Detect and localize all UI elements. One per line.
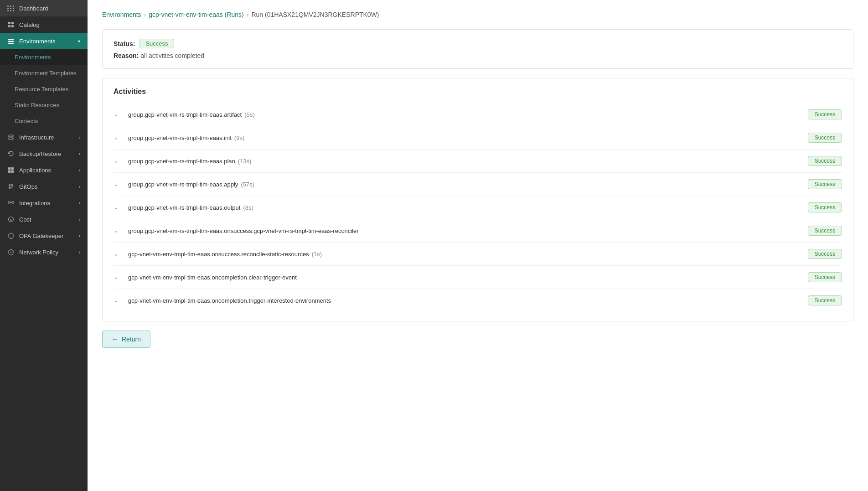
svg-rect-4 [8, 39, 14, 40]
sidebar-item-opa-gatekeeper[interactable]: OPA Gatekeeper › [0, 227, 88, 244]
sidebar-item-label: GitOps [19, 183, 37, 190]
activity-row: ⌄group.gcp-vnet-vm-rs-tmpl-tim-eaas.arti… [114, 103, 842, 126]
activities-title: Activities [114, 88, 842, 96]
activity-row: ⌄group.gcp-vnet-vm-rs-tmpl-tim-eaas.outp… [114, 196, 842, 219]
svg-text:$: $ [10, 218, 12, 222]
sidebar-item-label: OPA Gatekeeper [19, 233, 63, 239]
activities-list: ⌄group.gcp-vnet-vm-rs-tmpl-tim-eaas.arti… [114, 103, 842, 312]
chevron-right-icon: › [79, 168, 80, 173]
svg-rect-6 [8, 43, 14, 44]
activity-name: group.gcp-vnet-vm-rs-tmpl-tim-eaas.init(… [128, 134, 802, 141]
status-section: Status: Success Reason: all activities c… [102, 29, 853, 69]
svg-rect-11 [8, 167, 11, 170]
status-row: Status: Success [114, 39, 842, 48]
integrations-icon [7, 199, 15, 207]
svg-rect-14 [11, 171, 14, 173]
activity-row: ⌄group.gcp-vnet-vm-rs-tmpl-tim-eaas.onsu… [114, 219, 842, 243]
sidebar-item-gitops[interactable]: GitOps › [0, 178, 88, 195]
chevron-right-icon: › [79, 233, 80, 238]
activity-name: gcp-vnet-vm-env-tmpl-tim-eaas.oncompleti… [128, 297, 802, 304]
sidebar: Dashboard Catalog Environments ▾ Environ… [0, 0, 88, 491]
svg-point-9 [12, 135, 13, 136]
applications-icon [7, 166, 15, 174]
expand-chevron-icon[interactable]: ⌄ [114, 204, 123, 211]
activity-status-badge: Success [808, 272, 842, 282]
expand-chevron-icon[interactable]: ⌄ [114, 251, 123, 257]
chevron-right-icon: › [79, 217, 80, 222]
activity-name: group.gcp-vnet-vm-rs-tmpl-tim-eaas.apply… [128, 181, 802, 188]
activity-status-badge: Success [808, 249, 842, 259]
sidebar-item-label: Applications [19, 167, 51, 174]
expand-chevron-icon[interactable]: ⌄ [114, 227, 123, 234]
sidebar-item-integrations[interactable]: Integrations › [0, 195, 88, 211]
catalog-icon [7, 21, 15, 28]
activity-status-badge: Success [808, 226, 842, 236]
return-arrow-icon: ← [112, 336, 118, 343]
expand-chevron-icon[interactable]: ⌄ [114, 134, 123, 141]
expand-chevron-icon[interactable]: ⌄ [114, 181, 123, 187]
svg-rect-1 [11, 22, 14, 24]
breadcrumb-sep-1: › [144, 11, 146, 18]
svg-rect-18 [8, 202, 10, 203]
activity-status-badge: Success [808, 156, 842, 166]
status-label: Status: [114, 40, 135, 47]
return-button[interactable]: ← Return [102, 331, 150, 348]
activity-name: group.gcp-vnet-vm-rs-tmpl-tim-eaas.plan(… [128, 158, 802, 165]
breadcrumb-runs[interactable]: gcp-vnet-vm-env-tim-eaas (Runs) [149, 11, 244, 18]
sidebar-item-network-policy[interactable]: Network Policy › [0, 244, 88, 260]
sidebar-item-label: Catalog [19, 21, 40, 28]
expand-chevron-icon[interactable]: ⌄ [114, 158, 123, 164]
expand-chevron-icon[interactable]: ⌄ [114, 297, 123, 304]
sidebar-item-cost[interactable]: $ Cost › [0, 211, 88, 227]
sidebar-item-label: Static Resources [15, 102, 59, 109]
sidebar-item-label: Environment Templates [15, 70, 77, 77]
sidebar-item-catalog[interactable]: Catalog [0, 16, 88, 33]
activity-status-badge: Success [808, 179, 842, 189]
sidebar-item-backup-restore[interactable]: Backup/Restore › [0, 145, 88, 162]
environments-icon [7, 37, 15, 45]
svg-rect-13 [8, 171, 11, 173]
activity-row: ⌄gcp-vnet-vm-env-tmpl-tim-eaas.oncomplet… [114, 266, 842, 289]
sidebar-item-infrastructure[interactable]: Infrastructure › [0, 129, 88, 145]
sidebar-item-label: Environments [15, 54, 51, 61]
reason-value: all activities completed [140, 52, 204, 59]
status-badge: Success [140, 39, 174, 48]
activity-status-badge: Success [808, 202, 842, 212]
sidebar-item-label: Resource Templates [15, 86, 68, 93]
activity-row: ⌄gcp-vnet-vm-env-tmpl-tim-eaas.oncomplet… [114, 289, 842, 312]
sidebar-item-environments-parent[interactable]: Environments ▾ [0, 33, 88, 49]
cost-icon: $ [7, 216, 15, 223]
sidebar-item-label: Environments [19, 38, 55, 45]
sidebar-item-contexts[interactable]: Contexts [0, 113, 88, 129]
svg-point-10 [12, 138, 13, 139]
activity-status-badge: Success [808, 133, 842, 143]
activity-status-badge: Success [808, 109, 842, 119]
expand-chevron-icon[interactable]: ⌄ [114, 274, 123, 280]
activity-duration: (13s) [238, 158, 252, 165]
infrastructure-icon [7, 134, 15, 141]
sidebar-item-environments[interactable]: Environments [0, 49, 88, 65]
expand-chevron-icon[interactable]: ⌄ [114, 111, 123, 118]
breadcrumb-sep-2: › [247, 11, 249, 18]
sidebar-item-label: Infrastructure [19, 134, 54, 141]
activity-name: gcp-vnet-vm-env-tmpl-tim-eaas.oncompleti… [128, 274, 802, 281]
sidebar-item-resource-templates[interactable]: Resource Templates [0, 81, 88, 97]
gitops-icon [7, 183, 15, 190]
chevron-right-icon: › [79, 184, 80, 189]
sidebar-item-dashboard[interactable]: Dashboard [0, 0, 88, 16]
sidebar-item-label: Backup/Restore [19, 150, 62, 157]
activity-row: ⌄gcp-vnet-vm-env-tmpl-tim-eaas.onsuccess… [114, 243, 842, 266]
breadcrumb-environments[interactable]: Environments [102, 11, 141, 18]
chevron-right-icon: › [79, 151, 80, 156]
sidebar-item-static-resources[interactable]: Static Resources [0, 97, 88, 113]
activity-name: gcp-vnet-vm-env-tmpl-tim-eaas.onsuccess.… [128, 251, 802, 258]
breadcrumb-current: Run (01HASX21QMV2JN3RGKESRPTK0W) [251, 11, 379, 18]
activity-name: group.gcp-vnet-vm-rs-tmpl-tim-eaas.artif… [128, 111, 802, 118]
content-area: Environments › gcp-vnet-vm-env-tim-eaas … [88, 0, 868, 491]
activity-duration: (57s) [241, 181, 254, 188]
chevron-down-icon: ▾ [78, 39, 80, 44]
activity-name: group.gcp-vnet-vm-rs-tmpl-tim-eaas.onsuc… [128, 227, 802, 234]
sidebar-item-applications[interactable]: Applications › [0, 162, 88, 178]
sidebar-item-environment-templates[interactable]: Environment Templates [0, 65, 88, 81]
sidebar-item-label: Cost [19, 216, 31, 223]
